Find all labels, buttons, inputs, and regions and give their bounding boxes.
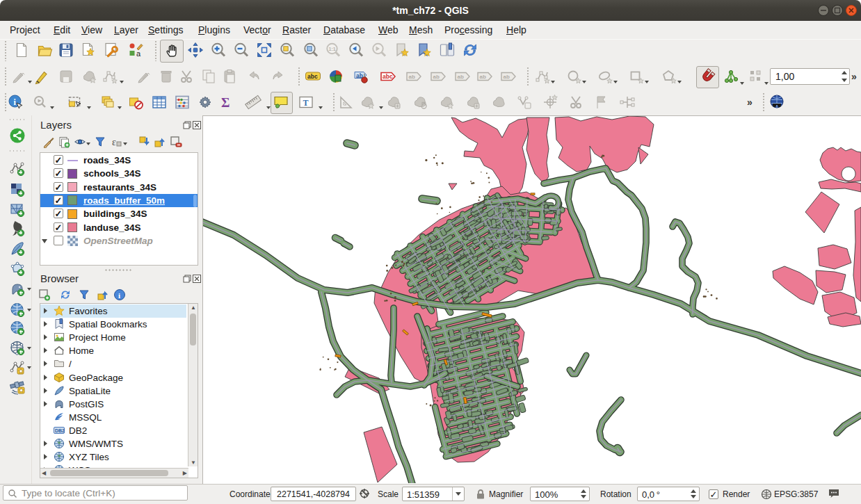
svg-text:ab: ab — [480, 74, 486, 80]
svg-text:ab: ab — [409, 74, 415, 80]
svg-text:abc: abc — [383, 73, 393, 80]
svg-text:ε: ε — [112, 137, 116, 147]
svg-text:ab: ab — [504, 74, 510, 80]
svg-text:Σ: Σ — [221, 95, 230, 110]
svg-text:T: T — [303, 98, 309, 108]
svg-text:i: i — [118, 291, 120, 300]
svg-text:1:1: 1:1 — [329, 47, 336, 51]
svg-text:ab: ab — [458, 74, 464, 80]
svg-text:abc: abc — [307, 73, 318, 80]
svg-text:ab: ab — [433, 74, 440, 80]
svg-text:DB2: DB2 — [55, 428, 65, 433]
svg-text:a: a — [136, 49, 141, 58]
